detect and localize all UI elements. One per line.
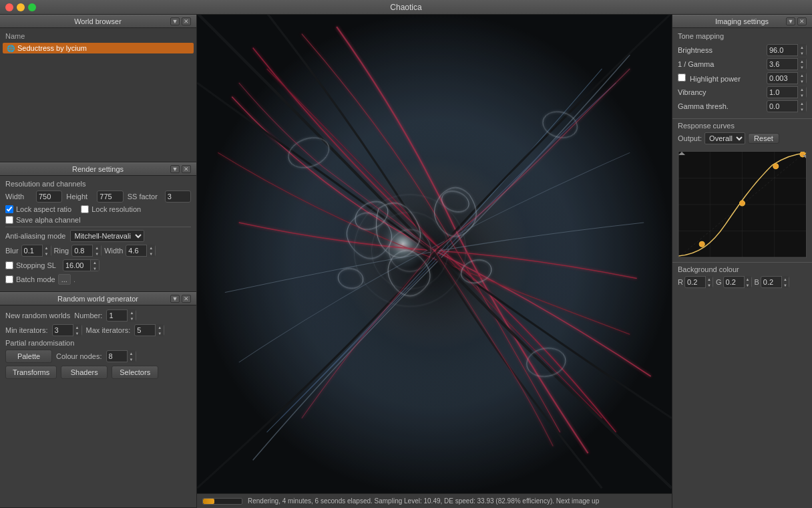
lock-aspect-label[interactable]: Lock aspect ratio (5, 205, 71, 213)
world-browser-collapse-btn[interactable]: ▼ (170, 17, 180, 25)
blur-spinbox[interactable]: ▲ ▼ (21, 245, 51, 257)
aa-mode-select[interactable]: Mitchell-Netravali (70, 230, 144, 242)
max-up[interactable]: ▲ (156, 324, 164, 330)
brightness-down[interactable]: ▼ (798, 50, 806, 56)
blur-up[interactable]: ▲ (43, 245, 51, 251)
lock-resolution-checkbox[interactable] (81, 205, 89, 213)
width-spinbox[interactable]: ▲ ▼ (36, 190, 62, 203)
colour-nodes-input[interactable] (107, 352, 127, 360)
bg-r-down[interactable]: ▼ (706, 282, 713, 288)
brightness-input[interactable] (767, 46, 797, 54)
number-input[interactable] (107, 311, 127, 320)
ring-input[interactable] (72, 247, 92, 255)
wf-up[interactable]: ▲ (147, 245, 155, 251)
stopping-up[interactable]: ▲ (91, 259, 99, 265)
ring-up[interactable]: ▲ (93, 245, 101, 251)
bg-b-spinbox[interactable]: ▲ ▼ (761, 276, 789, 288)
bg-b-down[interactable]: ▼ (782, 282, 789, 288)
gamma-thresh-input[interactable] (767, 102, 797, 110)
highlight-input[interactable] (767, 74, 797, 82)
rwg-close-btn[interactable]: ✕ (182, 295, 191, 303)
stopping-label[interactable]: Stopping SL (5, 261, 56, 269)
palette-btn[interactable]: Palette (5, 350, 52, 363)
height-input[interactable] (97, 193, 123, 201)
height-spinbox[interactable]: ▲ ▼ (97, 190, 123, 203)
bg-g-input[interactable] (724, 278, 744, 286)
ss-factor-spinbox[interactable]: ▲ ▼ (165, 190, 191, 203)
gamma-spinbox[interactable]: ▲ ▼ (767, 58, 807, 70)
highlight-up[interactable]: ▲ (798, 72, 806, 78)
bg-r-up[interactable]: ▲ (706, 276, 713, 282)
stopping-down[interactable]: ▼ (91, 265, 99, 271)
bg-b-input[interactable] (761, 278, 781, 286)
reset-btn[interactable]: Reset (748, 133, 779, 144)
gamma-thresh-spinbox[interactable]: ▲ ▼ (767, 100, 807, 112)
shaders-btn[interactable]: Shaders (61, 366, 108, 379)
lock-aspect-checkbox[interactable] (5, 205, 13, 213)
brightness-spinbox[interactable]: ▲ ▼ (767, 44, 807, 56)
rwg-collapse-btn[interactable]: ▼ (170, 295, 180, 303)
gamma-up[interactable]: ▲ (798, 58, 806, 64)
ring-down[interactable]: ▼ (93, 251, 101, 257)
highlight-checkbox[interactable] (678, 74, 686, 82)
max-iter-spinbox[interactable]: ▲ ▼ (134, 324, 164, 336)
blur-input[interactable] (22, 247, 42, 255)
ss-factor-input[interactable] (166, 193, 191, 201)
imaging-collapse-btn[interactable]: ▼ (786, 17, 795, 25)
curve-canvas-container[interactable] (678, 151, 807, 258)
world-browser-close-btn[interactable]: ✕ (182, 17, 191, 25)
gt-up[interactable]: ▲ (798, 100, 806, 106)
blur-down[interactable]: ▼ (43, 251, 51, 257)
minimize-button[interactable] (17, 3, 25, 11)
maximize-button[interactable] (28, 3, 36, 11)
num-up[interactable]: ▲ (128, 309, 136, 315)
gamma-input[interactable] (767, 60, 797, 68)
max-down[interactable]: ▼ (156, 330, 164, 336)
gamma-down[interactable]: ▼ (798, 64, 806, 70)
bg-g-up[interactable]: ▲ (745, 276, 751, 282)
cn-up[interactable]: ▲ (128, 350, 136, 356)
stopping-checkbox[interactable] (5, 261, 13, 269)
batch-mode-label[interactable]: Batch mode (5, 275, 55, 283)
min-iter-input[interactable] (53, 326, 73, 334)
render-settings-collapse-btn[interactable]: ▼ (170, 165, 180, 173)
save-alpha-label[interactable]: Save alpha channel (5, 216, 81, 224)
width-filter-input[interactable] (126, 247, 146, 255)
vibrancy-up[interactable]: ▲ (798, 86, 806, 92)
batch-dots-btn[interactable]: ... (58, 274, 71, 285)
width-filter-spinbox[interactable]: ▲ ▼ (126, 245, 156, 257)
colour-nodes-spinbox[interactable]: ▲ ▼ (106, 350, 136, 362)
close-button[interactable] (5, 3, 13, 11)
selectors-btn[interactable]: Selectors (112, 366, 158, 379)
render-settings-close-btn[interactable]: ✕ (182, 165, 191, 173)
transforms-btn[interactable]: Transforms (5, 366, 57, 379)
vibrancy-down[interactable]: ▼ (798, 92, 806, 98)
number-spinbox[interactable]: ▲ ▼ (106, 309, 136, 322)
bg-g-spinbox[interactable]: ▲ ▼ (723, 276, 752, 288)
highlight-down[interactable]: ▼ (798, 78, 806, 84)
gt-down[interactable]: ▼ (798, 106, 806, 112)
world-item[interactable]: 🌐 Seductress by lycium (3, 43, 194, 53)
brightness-up[interactable]: ▲ (798, 44, 806, 50)
vibrancy-input[interactable] (767, 88, 797, 96)
bg-g-down[interactable]: ▼ (745, 282, 751, 288)
window-controls[interactable] (5, 3, 36, 11)
bg-b-up[interactable]: ▲ (782, 276, 789, 282)
vibrancy-spinbox[interactable]: ▲ ▼ (767, 86, 807, 98)
lock-resolution-label[interactable]: Lock resolution (81, 205, 141, 213)
imaging-close-btn[interactable]: ✕ (797, 17, 807, 25)
min-iter-spinbox[interactable]: ▲ ▼ (52, 324, 82, 336)
bg-r-input[interactable] (685, 278, 705, 286)
save-alpha-checkbox[interactable] (5, 216, 13, 224)
ring-spinbox[interactable]: ▲ ▼ (71, 245, 102, 257)
highlight-spinbox[interactable]: ▲ ▼ (767, 72, 807, 84)
stopping-input[interactable] (63, 261, 90, 269)
min-up[interactable]: ▲ (73, 324, 81, 330)
wf-down[interactable]: ▼ (147, 251, 155, 257)
bg-r-spinbox[interactable]: ▲ ▼ (684, 276, 713, 288)
stopping-spinbox[interactable]: ▲ ▼ (63, 259, 99, 271)
batch-mode-checkbox[interactable] (5, 275, 13, 283)
max-iter-input[interactable] (135, 326, 155, 334)
output-select[interactable]: Overall (704, 132, 745, 144)
cn-down[interactable]: ▼ (128, 356, 136, 362)
